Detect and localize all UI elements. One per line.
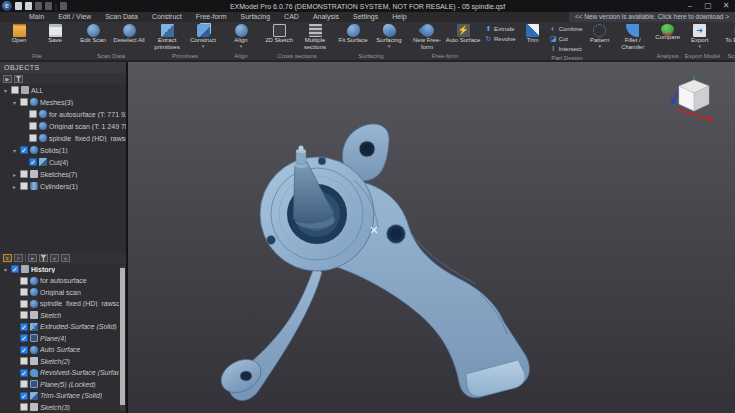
pattern-button[interactable]: Pattern▾: [585, 23, 615, 54]
tree-row[interactable]: Sketch: [0, 310, 119, 322]
fillet-chamfer-button[interactable]: Fillet / Chamfer: [615, 23, 651, 54]
compare-button[interactable]: Compare: [653, 23, 683, 52]
visibility-checkbox[interactable]: [29, 134, 37, 142]
chevron-expanded-icon[interactable]: ▾: [11, 99, 18, 106]
multiple-sections-button[interactable]: Multiple sections: [297, 23, 333, 52]
menu-item-settings[interactable]: Settings: [346, 12, 385, 22]
save-doc-icon[interactable]: [25, 2, 32, 10]
maximize-button[interactable]: ▢: [699, 0, 717, 12]
new-doc-icon[interactable]: [15, 2, 22, 10]
visibility-checkbox[interactable]: [29, 158, 37, 166]
visibility-checkbox[interactable]: [20, 346, 28, 354]
model-spindle[interactable]: [128, 62, 735, 413]
minimize-button[interactable]: –: [681, 0, 699, 12]
tree-row[interactable]: for autosurface (T: 771 920): [0, 108, 126, 120]
visibility-checkbox[interactable]: [20, 98, 28, 106]
chevron-expanded-icon[interactable]: ▾: [2, 266, 9, 273]
app-logo-icon[interactable]: e: [2, 1, 12, 11]
tree-row[interactable]: spindle_fixed (HD)_rawscan - Copy: [0, 132, 126, 144]
visibility-checkbox[interactable]: [20, 392, 28, 400]
tree-row[interactable]: Revolved-Surface (Surface): [0, 367, 119, 379]
menu-item-cad[interactable]: CAD: [277, 12, 306, 22]
tree-view-icon[interactable]: ⊦: [14, 254, 23, 262]
redo-icon[interactable]: [45, 2, 52, 10]
align-button[interactable]: Align▾: [223, 23, 259, 52]
tree-row[interactable]: Extruded-Surface (Solid): [0, 321, 119, 333]
tree-row[interactable]: Trim-Surface (Solid): [0, 390, 119, 402]
chevron-expanded-icon[interactable]: ▾: [11, 147, 18, 154]
step-first-icon[interactable]: «: [50, 254, 59, 262]
combine-button[interactable]: Combine: [550, 24, 583, 33]
filter-icon[interactable]: [39, 254, 48, 262]
visibility-checkbox[interactable]: [20, 170, 28, 178]
visibility-checkbox[interactable]: [20, 369, 28, 377]
tree-row[interactable]: Original scan: [0, 287, 119, 299]
tree-row[interactable]: Auto Surface: [0, 344, 119, 356]
deselect-all-button[interactable]: Deselect All: [111, 23, 147, 52]
edit-scan-button[interactable]: Edit Scan: [75, 23, 111, 52]
surfacing-button[interactable]: Surfacing▾: [371, 23, 407, 52]
extract-primitives-button[interactable]: Extract primitives: [149, 23, 185, 52]
revolve-button[interactable]: Revolve: [485, 34, 516, 43]
tree-row[interactable]: ▾History: [0, 264, 119, 276]
tree-row[interactable]: ▸Cylinders(1): [0, 180, 126, 192]
menu-item-analysis[interactable]: Analysis: [306, 12, 346, 22]
new-free-form-button[interactable]: New Free-form: [409, 23, 445, 52]
chevron-expanded-icon[interactable]: ▾: [2, 87, 9, 94]
visibility-checkbox[interactable]: [20, 300, 28, 308]
visibility-checkbox[interactable]: [20, 146, 28, 154]
tree-row[interactable]: ▾ALL: [0, 84, 126, 96]
visibility-checkbox[interactable]: [29, 122, 37, 130]
to-exscan-hx-button[interactable]: To EXScan HX: [722, 23, 735, 52]
visibility-checkbox[interactable]: [20, 380, 28, 388]
save-button[interactable]: Save: [37, 23, 73, 52]
extrude-button[interactable]: Extrude: [485, 24, 516, 33]
menu-item-edit-view[interactable]: Edit / View: [51, 12, 98, 22]
customize-icon[interactable]: [60, 2, 67, 10]
menu-item-surfacing[interactable]: Surfacing: [234, 12, 278, 22]
chevron-collapsed-icon[interactable]: ▸: [11, 183, 18, 190]
menu-item-free-form[interactable]: Free-form: [189, 12, 234, 22]
play-icon[interactable]: ▶: [3, 75, 12, 83]
filter-icon[interactable]: [14, 75, 23, 83]
menu-item-scan-data[interactable]: Scan Data: [98, 12, 145, 22]
construct-button[interactable]: Construct▾: [185, 23, 221, 52]
-d-sketch-button[interactable]: 2D Sketch: [261, 23, 297, 52]
visibility-checkbox[interactable]: [20, 182, 28, 190]
fit-surface-button[interactable]: Fit Surface: [335, 23, 371, 52]
tree-row[interactable]: spindle_fixed (HD)_rawscan - Copy: [0, 298, 119, 310]
visibility-checkbox[interactable]: [20, 277, 28, 285]
tree-row[interactable]: Original scan (T: 1 249 789): [0, 120, 126, 132]
visibility-checkbox[interactable]: [20, 403, 28, 411]
undo-icon[interactable]: [35, 2, 42, 10]
close-button[interactable]: ✕: [717, 0, 735, 12]
visibility-checkbox[interactable]: [11, 265, 19, 273]
open-button[interactable]: Open: [1, 23, 37, 52]
tree-row[interactable]: ▾Solids(1): [0, 144, 126, 156]
auto-surface-button[interactable]: Auto Surface: [445, 23, 481, 52]
visibility-checkbox[interactable]: [20, 323, 28, 331]
viewport-3d[interactable]: [128, 62, 735, 413]
menu-item-main[interactable]: Main: [22, 12, 51, 22]
step-last-icon[interactable]: »: [61, 254, 70, 262]
chevron-collapsed-icon[interactable]: ▸: [11, 171, 18, 178]
intersect-button[interactable]: Intersect: [550, 44, 583, 53]
update-notice-link[interactable]: << New version is available. Click here …: [569, 12, 735, 22]
tree-row[interactable]: ▸Sketches(7): [0, 168, 126, 180]
list-view-icon[interactable]: ≡: [3, 254, 12, 262]
visibility-checkbox[interactable]: [29, 110, 37, 118]
navigation-cube[interactable]: [671, 74, 719, 130]
trim-button[interactable]: Trim: [518, 23, 548, 54]
visibility-checkbox[interactable]: [20, 288, 28, 296]
expand-all-icon[interactable]: ▸: [28, 254, 37, 262]
menu-item-help[interactable]: Help: [385, 12, 413, 22]
tree-row[interactable]: Cut(4): [0, 156, 126, 168]
history-scrollbar[interactable]: [120, 266, 125, 412]
visibility-checkbox[interactable]: [11, 86, 19, 94]
export-button[interactable]: Export▾: [685, 23, 715, 52]
menu-item-construct[interactable]: Construct: [145, 12, 189, 22]
cut-button[interactable]: Cut: [550, 34, 583, 43]
tree-row[interactable]: for autosurface: [0, 275, 119, 287]
tree-row[interactable]: Plane(5) (Locked): [0, 379, 119, 391]
visibility-checkbox[interactable]: [20, 357, 28, 365]
